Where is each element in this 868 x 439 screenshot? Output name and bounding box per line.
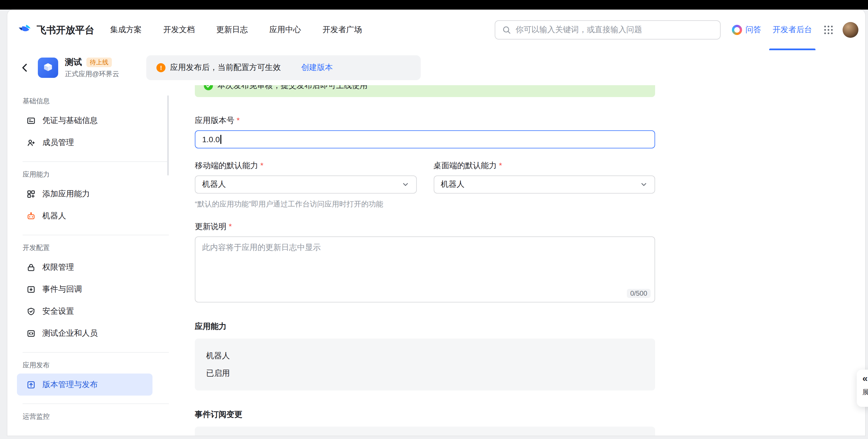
app-window: 飞书开放平台 集成方案 开发文档 更新日志 应用中心 开发者广场 你可以输入关键… [7,9,865,436]
required-mark: * [499,161,502,170]
divider [23,403,169,404]
app-subtitle: 正式应用@环界云 [65,69,119,79]
sidebar-item-label: 权限管理 [42,262,74,272]
sidebar-section-label: 应用发布 [23,361,177,370]
test-org-icon [27,329,36,338]
capability-section-title: 应用能力 [195,322,655,332]
required-mark: * [229,222,232,231]
create-version-link[interactable]: 创建版本 [301,63,333,73]
members-icon [27,138,36,147]
alert-text: 应用发布后，当前配置方可生效 [170,63,281,73]
sidebar-section-dev-config: 开发配置 权限管理 事件与回调 [17,235,177,344]
brand[interactable]: 飞书开放平台 [18,23,94,37]
brand-name: 飞书开放平台 [37,24,94,36]
avatar[interactable] [843,22,859,38]
apps-grid-icon[interactable] [824,25,834,35]
shield-icon [27,307,36,316]
capability-status: 已启用 [206,365,644,382]
default-capability-hint: “默认的应用功能”即用户通过工作台访问应用时打开的功能 [195,199,655,209]
search-icon [502,25,511,34]
sidebar-item-label: 事件与回调 [42,284,82,294]
nav-item-dev-plaza[interactable]: 开发者广场 [322,25,362,35]
version-publish-icon [27,380,36,389]
lock-icon [27,263,36,272]
success-banner-text: 本次发布免审核，提交发布后即可上线使用 [217,85,368,91]
nav-item-docs[interactable]: 开发文档 [163,25,195,35]
sidebar-item-credentials[interactable]: 凭证与基础信息 [17,109,153,132]
sidebar-item-members[interactable]: 成员管理 [17,132,153,154]
sidebar-scrollbar[interactable] [167,95,169,175]
version-label: 应用版本号* [195,114,655,126]
robot-icon [27,211,36,221]
sidebar-section-label: 开发配置 [23,243,177,253]
capability-summary-box: 机器人 已启用 [195,339,655,391]
release-notes-label: 更新说明* [195,221,655,232]
app-name: 测试 [65,57,82,67]
back-button[interactable] [18,60,32,75]
qa-button[interactable]: 问答 [732,25,761,35]
credential-icon [27,116,36,125]
content-area: 基础信息 凭证与基础信息 成员管理 [7,85,865,436]
app-meta: 测试 待上线 正式应用@环界云 [65,57,119,79]
event-subscription-box [195,427,655,436]
search-box[interactable]: 你可以输入关键词，或直接输入问题 [495,20,721,39]
sidebar-section-monitoring: 运营监控 [17,403,177,421]
nav-item-app-center[interactable]: 应用中心 [269,25,301,35]
desktop-capability-label: 桌面端的默认能力* [433,160,655,171]
sidebar-section-capabilities: 应用能力 添加应用能力 机器人 [17,161,177,227]
event-callback-icon [27,285,36,294]
divider [23,352,169,353]
window-top-strip [0,0,868,9]
divider [23,161,169,162]
primary-nav: 集成方案 开发文档 更新日志 应用中心 开发者广场 [110,25,362,35]
expand-panel-button[interactable]: « 展开 [857,370,868,407]
success-check-icon [204,85,213,90]
sidebar-item-test-org[interactable]: 测试企业和人员 [17,322,153,344]
search-placeholder: 你可以输入关键词，或直接输入问题 [516,25,642,35]
nav-item-changelog[interactable]: 更新日志 [216,25,248,35]
status-badge: 待上线 [86,57,112,67]
version-input[interactable]: 1.0.0 [195,130,655,148]
desktop-capability-select[interactable]: 机器人 [433,175,655,194]
release-notes-textarea[interactable] [195,236,655,302]
app-subheader: 测试 待上线 正式应用@环界云 ! 应用发布后，当前配置方可生效 创建版本 [7,50,865,85]
top-navigation: 飞书开放平台 集成方案 开发文档 更新日志 应用中心 开发者广场 你可以输入关键… [7,9,865,50]
header-right: 问答 开发者后台 [732,9,859,50]
version-value: 1.0.0 [202,135,220,144]
sidebar-item-label: 版本管理与发布 [42,379,98,390]
sidebar-item-label: 机器人 [42,211,66,221]
cube-icon [41,61,55,74]
capability-name: 机器人 [206,347,644,365]
double-chevron-left-icon: « [862,373,868,384]
event-section-title: 事件订阅变更 [195,410,655,420]
text-caret [220,135,221,144]
sidebar-section-publish: 应用发布 版本管理与发布 [17,352,177,396]
console-label: 开发者后台 [773,25,812,35]
chevron-down-icon [640,180,648,189]
required-mark: * [237,116,240,125]
expand-label: 展开 [862,387,868,397]
tab-developer-console[interactable]: 开发者后台 [773,9,812,50]
divider [23,235,169,235]
sidebar-section-label: 基础信息 [23,97,177,106]
form-flow: 本次发布免审核，提交发布后即可上线使用 应用版本号* 1.0.0 移动端的默认能… [195,85,655,436]
sidebar-item-robot[interactable]: 机器人 [17,205,153,227]
chevron-left-icon [20,63,30,73]
sidebar-section-label: 运营监控 [23,412,177,421]
sidebar-item-label: 添加应用能力 [42,189,90,199]
add-capability-icon [27,189,36,198]
qa-gradient-ring-icon [732,25,742,35]
sidebar-item-add-capability[interactable]: 添加应用能力 [17,183,153,205]
sidebar-item-permissions[interactable]: 权限管理 [17,256,153,278]
sidebar-item-label: 安全设置 [42,306,74,316]
nav-item-integration[interactable]: 集成方案 [110,25,142,35]
chevron-down-icon [401,180,409,189]
sidebar-item-security[interactable]: 安全设置 [17,300,153,322]
sidebar-item-version-publish[interactable]: 版本管理与发布 [17,374,153,396]
mobile-capability-label: 移动端的默认能力* [195,160,416,171]
mobile-capability-select[interactable]: 机器人 [195,175,416,194]
sidebar: 基础信息 凭证与基础信息 成员管理 [7,85,177,436]
page: 飞书开放平台 集成方案 开发文档 更新日志 应用中心 开发者广场 你可以输入关键… [0,0,868,439]
sidebar-item-events[interactable]: 事件与回调 [17,278,153,300]
qa-label: 问答 [745,25,761,35]
